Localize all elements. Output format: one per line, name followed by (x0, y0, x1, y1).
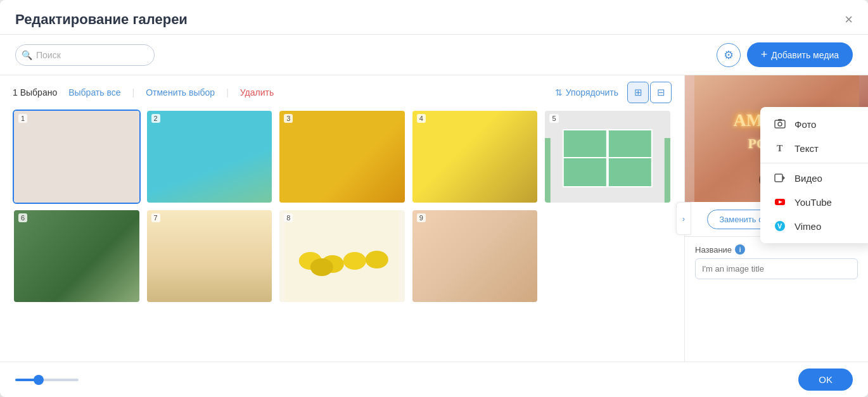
dropdown-menu: ФотоTТекст Видео YouTube V Vimeo (760, 107, 868, 243)
field-name-label: Название i (695, 244, 858, 255)
grid-small-icon: ⊟ (657, 87, 665, 98)
modal-footer: OK (0, 362, 868, 397)
video-icon (773, 172, 787, 184)
gallery-item[interactable]: 6 (13, 209, 141, 303)
youtube-icon (773, 196, 787, 208)
view-small-button[interactable]: ⊟ (650, 82, 672, 103)
gallery-item[interactable]: 9 (411, 209, 539, 303)
dropdown-item-label-photo: Фото (795, 119, 816, 130)
panel-expand-arrow[interactable]: › (676, 202, 691, 235)
svg-text:T: T (777, 144, 783, 153)
grid-large-icon: ⊞ (634, 87, 642, 98)
vimeo-icon: V (773, 220, 787, 232)
sort-label: Упорядочить (566, 87, 618, 98)
dropdown-item-label-text: Текст (795, 143, 819, 154)
dropdown-item-vimeo[interactable]: V Vimeo (760, 214, 868, 238)
svg-rect-3 (606, 130, 609, 187)
modal-container: Редактирование галереи × 🔍 ⚙ + Добавить … (0, 0, 868, 397)
svg-rect-21 (778, 119, 782, 121)
zoom-slider-wrap (15, 379, 79, 381)
search-wrapper: 🔍 (15, 44, 155, 66)
delete-link[interactable]: Удалить (240, 87, 274, 98)
svg-text:V: V (777, 222, 782, 230)
gallery-item[interactable]: 1 (13, 110, 141, 204)
dropdown-item-label-youtube: YouTube (795, 197, 832, 208)
add-media-label: Добавить медиа (771, 50, 839, 60)
selected-count: 1 Выбрано (13, 87, 57, 98)
item-number: 5 (549, 114, 558, 123)
gear-icon: ⚙ (724, 48, 734, 62)
svg-marker-24 (782, 175, 785, 180)
gallery-grid: 1234 567 89 (13, 110, 672, 303)
view-toggle-group: ⊞ ⊟ (627, 82, 672, 103)
item-number: 6 (18, 213, 27, 222)
svg-rect-19 (775, 120, 785, 128)
gallery-item[interactable]: 3 (278, 110, 406, 204)
item-number: 9 (417, 213, 426, 222)
item-number: 3 (284, 114, 293, 123)
gallery-item[interactable]: 2 (146, 110, 274, 204)
search-input[interactable] (15, 44, 155, 66)
settings-button[interactable]: ⚙ (717, 43, 741, 67)
item-number: 8 (284, 213, 293, 222)
item-number: 2 (151, 114, 160, 123)
info-icon: i (735, 244, 745, 255)
toolbar-right: ⚙ + Добавить медиа (717, 42, 853, 67)
svg-point-8 (343, 252, 366, 270)
dropdown-divider (760, 163, 868, 163)
item-number: 7 (151, 213, 160, 222)
dropdown-item-photo[interactable]: Фото (760, 112, 868, 136)
gallery-item[interactable]: 4 (411, 110, 539, 204)
add-media-button[interactable]: + Добавить медиа (747, 42, 853, 67)
svg-rect-23 (775, 174, 782, 182)
gallery-item[interactable]: 7 (146, 209, 274, 303)
svg-point-20 (778, 122, 782, 126)
svg-point-9 (366, 251, 388, 268)
chevron-right-icon: › (682, 214, 685, 224)
select-all-link[interactable]: Выбрать все (68, 87, 120, 98)
cancel-selection-link[interactable]: Отменить выбор (146, 87, 215, 98)
svg-point-10 (310, 258, 333, 276)
zoom-slider[interactable] (15, 379, 79, 381)
close-button[interactable]: × (845, 13, 853, 27)
item-number: 4 (417, 114, 426, 123)
dropdown-item-label-vimeo: Vimeo (795, 221, 821, 232)
content-area: 1 Выбрано Выбрать все | Отменить выбор |… (0, 75, 868, 362)
plus-icon: + (761, 48, 768, 61)
gallery-panel: 1 Выбрано Выбрать все | Отменить выбор |… (0, 75, 684, 362)
dropdown-item-video[interactable]: Видео (760, 166, 868, 190)
toolbar: 🔍 ⚙ + Добавить медиа (0, 35, 868, 75)
side-panel: › AMERICA POETRY (684, 75, 868, 362)
side-panel-fields: Название i (685, 237, 868, 287)
sort-icon: ⇅ (555, 87, 563, 98)
gallery-item[interactable]: 8 (278, 209, 406, 303)
dropdown-item-text[interactable]: TТекст (760, 136, 868, 160)
text-icon: T (773, 142, 787, 154)
gallery-item[interactable]: 5 (544, 110, 672, 204)
modal-header: Редактирование галереи × (0, 0, 868, 35)
dropdown-item-youtube[interactable]: YouTube (760, 190, 868, 214)
sep2: | (226, 87, 229, 98)
view-large-button[interactable]: ⊞ (627, 82, 649, 103)
sep1: | (132, 87, 135, 98)
ok-button[interactable]: OK (798, 369, 853, 391)
sort-button[interactable]: ⇅ Упорядочить (555, 87, 618, 98)
selection-bar: 1 Выбрано Выбрать все | Отменить выбор |… (0, 75, 684, 110)
search-icon: 🔍 (22, 50, 32, 60)
item-number: 1 (18, 114, 27, 123)
field-name-input[interactable] (695, 258, 858, 279)
dropdown-item-label-video: Видео (795, 173, 822, 184)
photo-icon (773, 118, 787, 130)
gallery-grid-wrapper: 1234 567 89 (0, 110, 684, 362)
modal-title: Редактирование галереи (15, 11, 188, 28)
